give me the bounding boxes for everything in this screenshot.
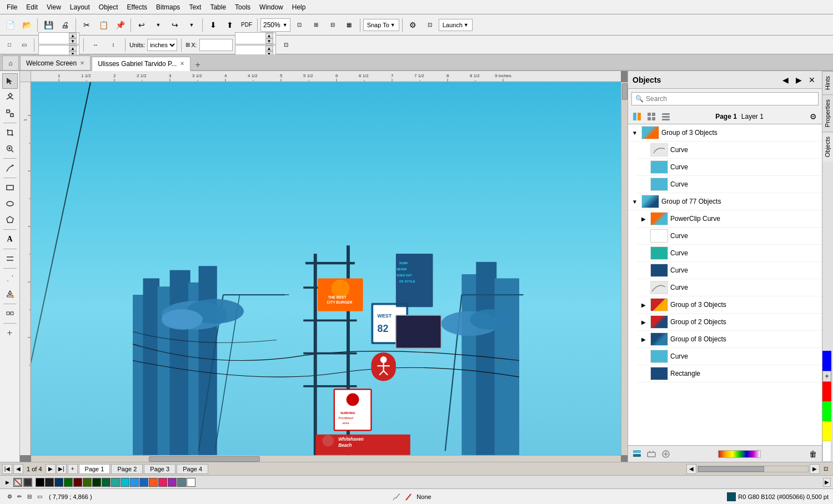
welcome-tab-close[interactable]: ✕ xyxy=(80,60,84,66)
vertical-scrollbar[interactable] xyxy=(621,82,628,455)
x-input[interactable]: 0,0 " xyxy=(202,42,230,48)
parallel-tool-button[interactable] xyxy=(2,251,18,266)
color-darkgray[interactable] xyxy=(45,478,54,487)
snap-to-button[interactable]: Snap To ▼ xyxy=(363,19,399,31)
add-color-btn[interactable]: + xyxy=(822,371,831,382)
statusbar-fill[interactable]: ⊟ xyxy=(24,492,34,502)
canvas-area[interactable]: 1 1 1/2 2 2 1/2 3 3 1/2 4 4 1/2 xyxy=(20,71,628,462)
panel-nav-left[interactable]: ◀ xyxy=(780,74,791,85)
color-black[interactable] xyxy=(36,478,44,487)
height-up[interactable]: ▲ xyxy=(69,46,77,51)
redo-drop-button[interactable]: ▼ xyxy=(184,17,199,33)
page-first-btn[interactable]: |◀ xyxy=(2,464,12,474)
page-next-btn[interactable]: ▶ xyxy=(46,464,56,474)
zoom-dropdown[interactable]: 250% ▼ xyxy=(260,18,290,32)
color-darkgreen[interactable] xyxy=(64,478,73,487)
tree-item-curve4[interactable]: Curve xyxy=(637,228,822,245)
rectangle-tool-button[interactable] xyxy=(2,180,18,195)
panel-view1[interactable] xyxy=(630,110,644,123)
view-rulers[interactable]: ⊟ xyxy=(325,17,340,33)
nudge1-spin[interactable]: ▲ ▼ xyxy=(265,33,273,44)
units-select[interactable]: inches mm cm pixels xyxy=(147,39,177,51)
zoom-tool-button[interactable] xyxy=(2,141,18,157)
freehand-tool-button[interactable] xyxy=(2,160,18,176)
menu-window[interactable]: Window xyxy=(255,2,288,13)
statusbar-settings[interactable]: ⚙ xyxy=(4,492,14,502)
statusbar-pen[interactable]: ✏ xyxy=(14,492,24,502)
color-teal[interactable] xyxy=(111,478,120,487)
panel-settings[interactable]: ⚙ xyxy=(806,110,820,123)
zoom-fullpage[interactable]: ⊡ xyxy=(292,17,307,33)
interactive-tool-button[interactable] xyxy=(2,306,18,321)
print-button[interactable]: 🖨 xyxy=(57,17,73,33)
new-button[interactable]: 📄 xyxy=(2,17,18,33)
menu-layout[interactable]: Layout xyxy=(66,2,94,13)
toggle-group77[interactable]: ▼ xyxy=(630,197,639,206)
tree-item-group2[interactable]: ▶ Group of 2 Objects xyxy=(637,314,822,331)
zoom-fit-btn[interactable]: ⊡ xyxy=(821,464,831,474)
tree-item-curve1[interactable]: Curve xyxy=(637,142,822,159)
canvas-content[interactable]: THE BEST CITY BURGER WEST 82 xyxy=(31,82,621,455)
page2-tab[interactable]: Page 2 xyxy=(111,464,143,474)
tree-item-group3[interactable]: ▼ Group of 3 Objects xyxy=(628,124,822,142)
menu-edit[interactable]: Edit xyxy=(22,2,42,13)
welcome-tab[interactable]: Welcome Screen ✕ xyxy=(20,56,91,70)
tree-item-curve5[interactable]: Curve xyxy=(637,245,822,262)
color-navy[interactable] xyxy=(54,478,63,487)
copy-button[interactable]: 📋 xyxy=(96,17,111,33)
menu-view[interactable]: View xyxy=(42,2,66,13)
add-tab-button[interactable]: + xyxy=(192,60,203,70)
tree-item-curve6[interactable]: Curve xyxy=(637,262,822,279)
page-prev-btn[interactable]: ◀ xyxy=(13,464,23,474)
export-pdf-button[interactable]: PDF xyxy=(239,17,254,33)
import-button[interactable]: ⬇ xyxy=(205,17,221,33)
page-size-portrait[interactable]: □ xyxy=(3,39,16,51)
select-tool-button[interactable] xyxy=(2,73,18,89)
current-fill-swatch[interactable] xyxy=(23,478,32,487)
page-width-input[interactable]: 11,0 " xyxy=(41,35,69,42)
page-height-input[interactable]: 8,5 " xyxy=(41,48,69,54)
hscroll-left[interactable]: ◀ xyxy=(686,464,696,474)
tree-item-powerclip[interactable]: ▶ PowerClip Curve xyxy=(637,210,822,228)
color-forestgreen[interactable] xyxy=(92,478,101,487)
home-tab[interactable]: ⌂ xyxy=(2,56,19,70)
page-width-spin[interactable]: ▲ ▼ xyxy=(69,33,77,44)
panel-nav-right[interactable]: ▶ xyxy=(793,74,804,85)
undo-button[interactable]: ↩ xyxy=(134,17,149,33)
toggle-group3b[interactable]: ▶ xyxy=(639,300,648,309)
toggle-group8[interactable]: ▶ xyxy=(639,335,648,344)
menu-object[interactable]: Object xyxy=(94,2,123,13)
page-last-btn[interactable]: ▶| xyxy=(57,464,67,474)
horizontal-scrollbar[interactable] xyxy=(31,455,621,462)
page1-tab[interactable]: Page 1 xyxy=(79,464,111,474)
tree-item-curve3[interactable]: Curve xyxy=(637,176,822,193)
page3-tab[interactable]: Page 3 xyxy=(144,464,175,474)
color-blue3[interactable] xyxy=(139,478,148,487)
color-blue2[interactable] xyxy=(130,478,139,487)
color-olive[interactable] xyxy=(83,478,92,487)
dropper-tool-button[interactable] xyxy=(2,270,18,286)
nudge2-up[interactable]: ▲ xyxy=(265,46,273,51)
color-white2[interactable] xyxy=(187,478,195,487)
menu-text[interactable]: Text xyxy=(184,2,205,13)
publish-button[interactable]: ⊡ xyxy=(422,17,438,33)
hscroll-right[interactable]: ▶ xyxy=(810,464,820,474)
nudge1-input[interactable]: 0,25 " xyxy=(238,35,265,42)
mirror-v[interactable]: ↕ xyxy=(106,37,121,53)
hscroll-thumb-area[interactable] xyxy=(697,466,809,472)
tree-item-group8[interactable]: ▶ Group of 8 Objects xyxy=(637,331,822,348)
open-button[interactable]: 📂 xyxy=(19,17,34,33)
color-darkred[interactable] xyxy=(73,478,82,487)
crop-tool-button[interactable] xyxy=(2,125,18,140)
options-button[interactable]: ⚙ xyxy=(405,17,421,33)
search-box[interactable]: 🔍 xyxy=(631,92,819,105)
color-pink[interactable] xyxy=(158,478,167,487)
undo-drop-button[interactable]: ▼ xyxy=(150,17,166,33)
color-green[interactable] xyxy=(822,401,831,421)
cut-button[interactable]: ✂ xyxy=(79,17,94,33)
objects-tab[interactable]: Objects xyxy=(822,132,833,162)
fill-tool-button[interactable] xyxy=(2,286,18,302)
text-tool-button[interactable]: A xyxy=(2,231,18,247)
menu-help[interactable]: Help xyxy=(288,2,310,13)
launch-button[interactable]: Launch ▼ xyxy=(439,19,473,31)
